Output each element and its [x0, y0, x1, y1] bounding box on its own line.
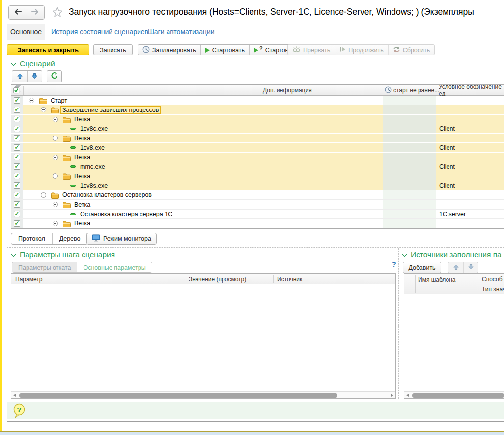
table-row[interactable]: ✓ Старт [11, 96, 504, 105]
checkbox-checked-icon[interactable]: ✓ [14, 201, 20, 208]
add-button[interactable]: Добавить [403, 262, 441, 273]
checkbox-checked-icon[interactable]: ✓ [14, 182, 20, 189]
sources-move-group [448, 262, 478, 273]
forward-icon [31, 8, 40, 17]
collapse-icon[interactable] [29, 98, 34, 103]
checkbox-checked-icon[interactable]: ✓ [14, 220, 20, 227]
column-template-name: Имя шаблона [418, 276, 455, 283]
start-button[interactable]: Стартовать [200, 45, 249, 55]
forward-button[interactable] [27, 6, 45, 19]
collapse-icon[interactable] [53, 155, 58, 160]
checkbox-checked-icon[interactable]: ✓ [14, 144, 20, 151]
panel-splitter-vertical[interactable] [398, 248, 399, 399]
leaf-icon [70, 185, 76, 187]
tab-main-params[interactable]: Основные параметры [77, 262, 151, 272]
tab-automation-link[interactable]: Шаги автоматизации [148, 28, 215, 36]
panel-splitter-horizontal[interactable] [7, 247, 504, 248]
move-down-button[interactable] [27, 71, 42, 82]
checkbox-checked-icon[interactable]: ✓ [14, 116, 20, 122]
scroll-left-icon[interactable] [406, 394, 409, 397]
checkbox-checked-icon[interactable]: ✓ [14, 192, 20, 198]
scrollbar-thumb[interactable] [19, 393, 337, 398]
checkbox-checked-icon[interactable]: ✓ [14, 154, 20, 160]
table-row-selected[interactable]: ✓ Завершение зависших процессов [11, 105, 504, 114]
scroll-right-icon[interactable] [391, 394, 393, 397]
save-button[interactable]: Записать [93, 44, 133, 55]
leaf-icon [70, 165, 76, 168]
leaf-icon [70, 128, 76, 130]
column-source: Источник [277, 274, 302, 284]
abort-button[interactable]: Прервать [288, 45, 335, 55]
save-and-close-button[interactable]: Записать и закрыть [7, 44, 89, 55]
scrollbar-thumb[interactable] [412, 393, 504, 398]
tab-rollback-params[interactable]: Параметры отката [12, 262, 77, 272]
play-icon [205, 48, 210, 53]
table-row[interactable]: ✓ 1cv8s.exe Client [11, 181, 504, 190]
table-row[interactable]: ✓ Остановка кластеров серверов [11, 190, 504, 200]
arrow-down-icon [468, 263, 474, 272]
refresh-button[interactable] [47, 70, 62, 82]
view-tab-protocol[interactable]: Протокол [11, 233, 52, 244]
arrow-down-icon [31, 72, 38, 81]
fill-sources-section-header[interactable]: Источники заполнения па [402, 250, 504, 259]
checkbox-checked-icon[interactable]: ✓ [14, 173, 20, 179]
table-row[interactable]: ✓ 1cv8.exe Client [11, 143, 504, 152]
table-row[interactable]: ✓ Остановка кластера сервера 1С 1C serve… [11, 210, 504, 219]
column-param: Параметр [15, 274, 42, 284]
horizontal-scrollbar[interactable] [404, 391, 504, 398]
resume-button[interactable]: Продолжить [335, 45, 388, 55]
abort-icon [292, 46, 301, 54]
leaf-icon [70, 146, 76, 149]
view-tab-tree[interactable]: Дерево [52, 233, 87, 244]
move-row-group [12, 70, 42, 82]
reset-button[interactable]: Сбросить [388, 45, 435, 55]
monitor-icon [92, 234, 100, 243]
tab-main[interactable]: Основное [7, 24, 45, 40]
folder-icon [51, 107, 59, 115]
checkbox-checked-icon[interactable]: ✓ [14, 211, 20, 217]
collapse-icon[interactable] [53, 202, 58, 207]
help-balloon-button[interactable]: ? [13, 403, 26, 420]
scenario-section-header[interactable]: Сценарий [11, 59, 55, 68]
chevron-down-icon [402, 250, 407, 259]
step-params-section-header[interactable]: Параметры шага сценария [11, 250, 115, 259]
form-border-bottom [7, 421, 504, 422]
column-fill-method: Способ з [482, 276, 504, 283]
table-row[interactable]: ✓ Ветка [11, 171, 504, 181]
collapse-icon[interactable] [53, 221, 58, 226]
table-row[interactable]: ✓ mmc.exe Client [11, 162, 504, 171]
move-up-button[interactable] [12, 71, 27, 82]
help-link[interactable]: ? [392, 260, 396, 268]
back-button[interactable] [9, 6, 27, 19]
horizontal-scrollbar[interactable] [11, 391, 395, 398]
checkbox-checked-icon[interactable]: ✓ [14, 126, 20, 132]
checkbox-checked-icon[interactable]: ✓ [14, 135, 20, 141]
collapse-icon[interactable] [53, 117, 58, 122]
control-actions-group: Прервать Продолжить Сбросить [287, 44, 435, 55]
collapse-icon[interactable] [41, 107, 46, 112]
step-params-tabs: Параметры отката Основные параметры [12, 262, 152, 273]
collapse-icon[interactable] [53, 173, 58, 179]
folder-icon [63, 201, 71, 210]
scroll-left-icon[interactable] [13, 394, 16, 397]
move-up-button-disabled[interactable] [448, 262, 463, 273]
back-icon [13, 8, 22, 17]
table-row[interactable]: ✓ Ветка [11, 219, 504, 228]
favorite-star-button[interactable] [52, 6, 63, 20]
table-row[interactable]: ✓ [11, 228, 504, 229]
table-row[interactable]: ✓ Ветка [11, 200, 504, 209]
select-all-button[interactable] [11, 85, 23, 96]
table-row[interactable]: ✓ Ветка [11, 115, 504, 124]
table-row[interactable]: ✓ Ветка [11, 134, 504, 143]
collapse-icon[interactable] [53, 136, 58, 141]
table-row[interactable]: ✓ Ветка [11, 153, 504, 162]
move-down-button-disabled[interactable] [463, 262, 478, 273]
collapse-icon[interactable] [41, 192, 46, 198]
table-row[interactable]: ✓ 1cv8c.exe Client [11, 124, 504, 134]
monitor-mode-button[interactable]: Режим монитора [86, 233, 157, 245]
tab-history-link[interactable]: История состояний сценариев [51, 28, 148, 36]
checkbox-checked-icon[interactable]: ✓ [14, 97, 20, 104]
schedule-button[interactable]: Запланировать [138, 45, 200, 55]
checkbox-checked-icon[interactable]: ✓ [14, 163, 20, 170]
checkbox-checked-icon[interactable]: ✓ [14, 107, 20, 113]
